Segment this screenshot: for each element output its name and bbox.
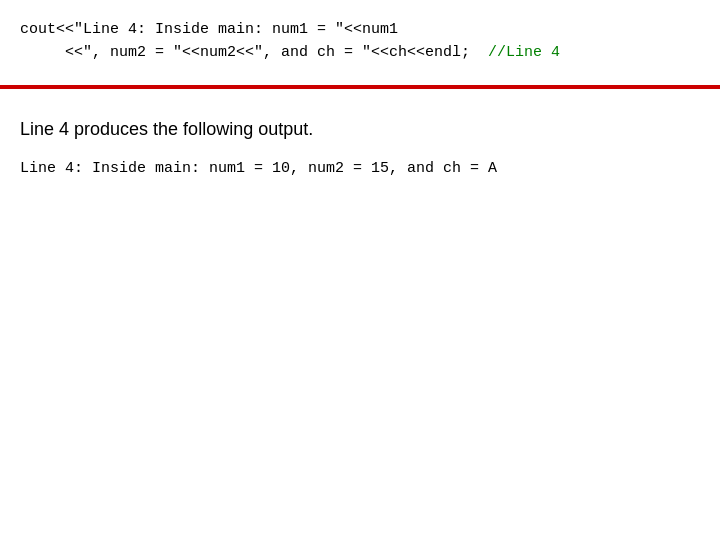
top-section: cout<<"Line 4: Inside main: num1 = "<<nu…: [0, 0, 720, 75]
code-line2: <<", num2 = "<<num2<<", and ch = "<<ch<<…: [20, 44, 560, 61]
output-code: Line 4: Inside main: num1 = 10, num2 = 1…: [20, 160, 700, 177]
code-block: cout<<"Line 4: Inside main: num1 = "<<nu…: [20, 18, 700, 65]
bottom-section: Line 4 produces the following output. Li…: [0, 89, 720, 197]
prose-text: Line 4 produces the following output.: [20, 119, 700, 140]
comment: //Line 4: [488, 44, 560, 61]
code-line1: cout<<"Line 4: Inside main: num1 = "<<nu…: [20, 21, 398, 38]
